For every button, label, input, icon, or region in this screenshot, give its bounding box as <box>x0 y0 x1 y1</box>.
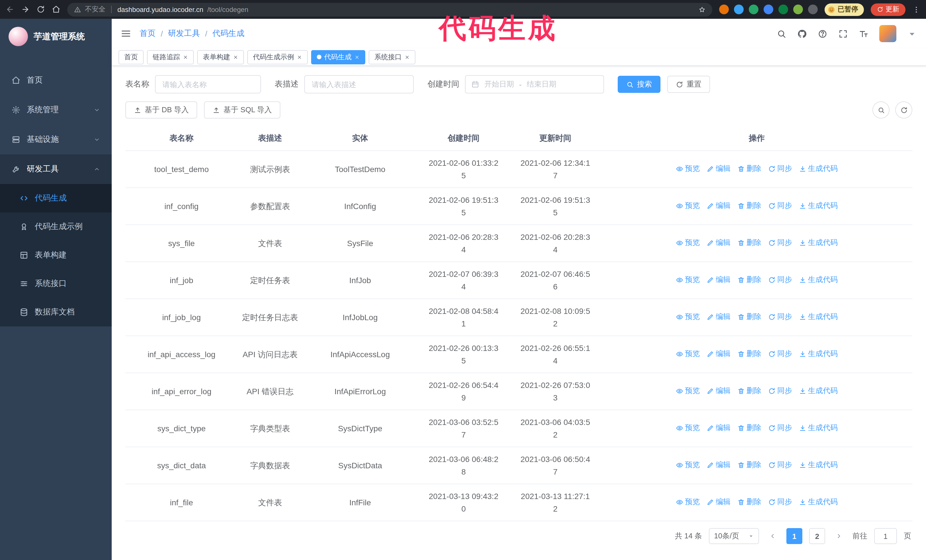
action-eye-link[interactable]: 预览 <box>676 311 700 323</box>
browser-home-icon[interactable] <box>52 5 61 14</box>
action-edit-link[interactable]: 编辑 <box>707 237 731 249</box>
action-delete-link[interactable]: 删除 <box>737 496 761 509</box>
goto-page-input[interactable] <box>874 528 897 544</box>
import-db-button[interactable]: 基于 DB 导入 <box>126 101 197 118</box>
action-generate-link[interactable]: 生成代码 <box>799 422 838 435</box>
tab-codegen-example[interactable]: 代码生成示例 <box>247 50 308 64</box>
close-tab-icon[interactable] <box>183 54 188 60</box>
action-delete-link[interactable]: 删除 <box>737 348 761 360</box>
sidebar-item-home[interactable]: 首页 <box>0 65 112 95</box>
update-button[interactable]: 更新 <box>871 3 905 16</box>
action-sync-link[interactable]: 同步 <box>768 163 792 175</box>
action-delete-link[interactable]: 删除 <box>737 422 761 435</box>
action-edit-link[interactable]: 编辑 <box>707 311 731 323</box>
action-edit-link[interactable]: 编辑 <box>707 459 731 471</box>
breadcrumb-home[interactable]: 首页 <box>139 29 156 39</box>
browser-forward-icon[interactable] <box>21 5 30 14</box>
extension-icon[interactable] <box>793 5 803 14</box>
action-delete-link[interactable]: 删除 <box>737 237 761 249</box>
table-desc-input[interactable] <box>304 75 414 94</box>
action-delete-link[interactable]: 删除 <box>737 274 761 286</box>
action-sync-link[interactable]: 同步 <box>768 422 792 435</box>
action-generate-link[interactable]: 生成代码 <box>799 385 838 397</box>
action-edit-link[interactable]: 编辑 <box>707 200 731 212</box>
action-edit-link[interactable]: 编辑 <box>707 348 731 360</box>
action-generate-link[interactable]: 生成代码 <box>799 237 838 249</box>
sidebar-item-form-builder[interactable]: 表单构建 <box>0 241 112 269</box>
sidebar-item-system[interactable]: 系统管理 <box>0 95 112 125</box>
import-sql-button[interactable]: 基于 SQL 导入 <box>204 101 281 118</box>
action-edit-link[interactable]: 编辑 <box>707 163 731 175</box>
action-eye-link[interactable]: 预览 <box>676 496 700 509</box>
action-eye-link[interactable]: 预览 <box>676 200 700 212</box>
action-generate-link[interactable]: 生成代码 <box>799 459 838 471</box>
table-name-input[interactable] <box>155 75 261 94</box>
bookmark-star-icon[interactable] <box>699 6 705 13</box>
sidebar-item-infra[interactable]: 基础设施 <box>0 125 112 154</box>
tab-form-builder[interactable]: 表单构建 <box>197 50 244 64</box>
action-generate-link[interactable]: 生成代码 <box>799 163 838 175</box>
action-eye-link[interactable]: 预览 <box>676 385 700 397</box>
next-page-button[interactable] <box>832 528 846 544</box>
close-tab-icon[interactable] <box>405 54 410 60</box>
help-icon[interactable] <box>818 29 828 38</box>
extension-icon[interactable] <box>808 5 818 14</box>
reset-button[interactable]: 重置 <box>667 76 710 93</box>
user-avatar[interactable] <box>879 25 896 42</box>
close-tab-icon[interactable] <box>354 54 360 60</box>
page-button-1[interactable]: 1 <box>787 528 802 544</box>
action-edit-link[interactable]: 编辑 <box>707 422 731 435</box>
action-sync-link[interactable]: 同步 <box>768 496 792 509</box>
action-delete-link[interactable]: 删除 <box>737 200 761 212</box>
fullscreen-icon[interactable] <box>838 29 848 38</box>
avatar-caret-icon[interactable] <box>907 29 917 38</box>
font-size-icon[interactable] <box>859 29 869 38</box>
browser-reload-icon[interactable] <box>36 5 45 14</box>
extension-icon[interactable] <box>719 5 729 14</box>
action-generate-link[interactable]: 生成代码 <box>799 348 838 360</box>
extension-icon[interactable] <box>778 5 788 14</box>
toggle-search-button[interactable] <box>872 101 890 118</box>
search-button[interactable]: 搜索 <box>618 76 660 93</box>
tab-tracing[interactable]: 链路追踪 <box>147 50 194 64</box>
tab-api[interactable]: 系统接口 <box>369 50 415 64</box>
paused-badge[interactable]: 已暂停 <box>825 3 864 16</box>
action-delete-link[interactable]: 删除 <box>737 459 761 471</box>
sidebar-item-codegen[interactable]: 代码生成 <box>0 184 112 213</box>
sidebar-item-api[interactable]: 系统接口 <box>0 269 112 298</box>
page-button-2[interactable]: 2 <box>809 528 825 544</box>
collapse-sidebar-icon[interactable] <box>121 29 131 39</box>
create-time-range-picker[interactable]: 开始日期 - 结束日期 <box>465 75 604 94</box>
breadcrumb-devtools[interactable]: 研发工具 <box>168 29 200 39</box>
action-eye-link[interactable]: 预览 <box>676 163 700 175</box>
action-eye-link[interactable]: 预览 <box>676 459 700 471</box>
sidebar-item-codegen-example[interactable]: 代码生成示例 <box>0 213 112 241</box>
action-delete-link[interactable]: 删除 <box>737 311 761 323</box>
action-eye-link[interactable]: 预览 <box>676 422 700 435</box>
action-eye-link[interactable]: 预览 <box>676 348 700 360</box>
url-bar[interactable]: 不安全 dashboard.yudao.iocoder.cn/tool/code… <box>67 3 712 16</box>
action-sync-link[interactable]: 同步 <box>768 237 792 249</box>
action-sync-link[interactable]: 同步 <box>768 274 792 286</box>
logo[interactable]: 芋道管理系统 <box>0 19 112 54</box>
action-generate-link[interactable]: 生成代码 <box>799 274 838 286</box>
action-eye-link[interactable]: 预览 <box>676 274 700 286</box>
action-sync-link[interactable]: 同步 <box>768 385 792 397</box>
action-generate-link[interactable]: 生成代码 <box>799 496 838 509</box>
sidebar-item-db-doc[interactable]: 数据库文档 <box>0 298 112 326</box>
action-sync-link[interactable]: 同步 <box>768 348 792 360</box>
extension-icon[interactable] <box>734 5 744 14</box>
tab-home[interactable]: 首页 <box>118 50 144 64</box>
action-edit-link[interactable]: 编辑 <box>707 496 731 509</box>
sidebar-item-devtools[interactable]: 研发工具 <box>0 154 112 184</box>
extension-icon[interactable] <box>764 5 773 14</box>
close-tab-icon[interactable] <box>297 54 302 60</box>
action-edit-link[interactable]: 编辑 <box>707 385 731 397</box>
action-edit-link[interactable]: 编辑 <box>707 274 731 286</box>
github-icon[interactable] <box>797 29 807 38</box>
browser-back-icon[interactable] <box>6 5 14 14</box>
page-size-select[interactable]: 10条/页 <box>709 528 759 544</box>
browser-menu-icon[interactable] <box>912 5 920 14</box>
extension-icon[interactable] <box>749 5 758 14</box>
action-eye-link[interactable]: 预览 <box>676 237 700 249</box>
